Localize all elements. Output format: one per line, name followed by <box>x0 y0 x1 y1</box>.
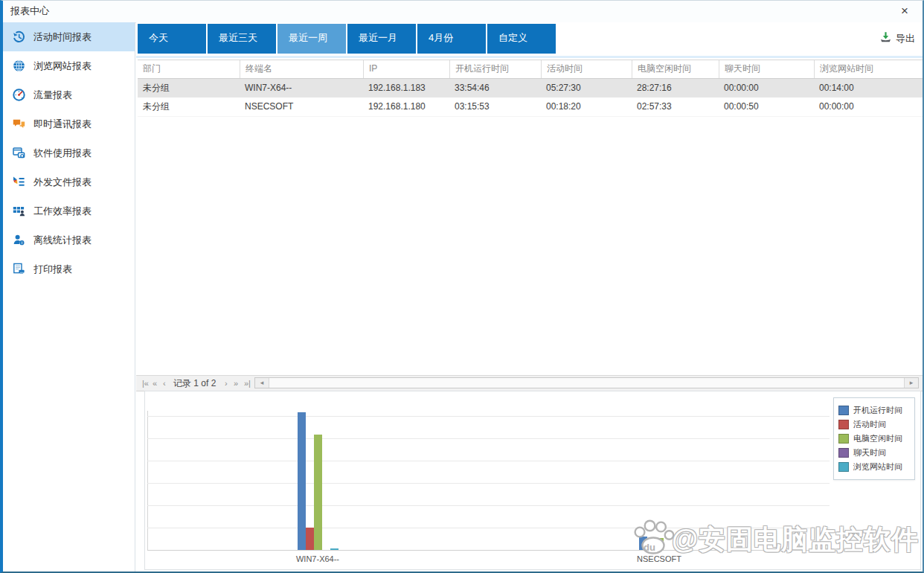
sidebar: 活动时间报表浏览网站报表流量报表即时通讯报表软件使用报表外发文件报表工作效率报表… <box>3 22 135 572</box>
sidebar-item-activity-time[interactable]: 活动时间报表 <box>3 22 135 51</box>
table-cell: 02:57:33 <box>632 97 719 116</box>
legend-label: 浏览网站时间 <box>853 461 902 473</box>
table-cell: 05:27:30 <box>541 79 632 97</box>
table-cell: 03:15:53 <box>449 97 541 116</box>
gridline <box>147 528 830 528</box>
table-body: 未分组WIN7-X64--192.168.1.18333:54:4605:27:… <box>138 79 923 117</box>
table-row[interactable]: 未分组WIN7-X64--192.168.1.18333:54:4605:27:… <box>138 79 923 97</box>
tab-last-month[interactable]: 最近一月 <box>347 24 416 54</box>
column-header[interactable]: 浏览网站时间 <box>814 60 923 78</box>
software-icon <box>11 146 26 161</box>
horizontal-scrollbar[interactable]: ◂ ▸ <box>254 377 919 388</box>
print-icon <box>11 262 26 277</box>
tab-last-3-days[interactable]: 最近三天 <box>208 24 276 54</box>
legend-item: 电脑空闲时间 <box>838 432 910 446</box>
activity-time-chart: 开机运行时间活动时间电脑空闲时间聊天时间浏览网站时间 du @安固电脑监控软件 … <box>144 391 921 570</box>
gauge-icon <box>11 88 26 103</box>
export-button[interactable]: 导出 <box>879 31 915 46</box>
x-axis-category-label: WIN7-X64-- <box>296 554 339 563</box>
sidebar-item-offline-stats[interactable]: i离线统计报表 <box>3 225 135 255</box>
table-cell: 00:00:00 <box>719 79 814 97</box>
tab-custom[interactable]: 自定义 <box>487 24 556 54</box>
bar <box>298 412 306 550</box>
pager-prev-button[interactable]: ‹ <box>163 376 166 391</box>
table-cell: 00:18:20 <box>541 97 632 116</box>
chat-icon <box>11 117 26 132</box>
bar <box>647 548 655 550</box>
column-header[interactable]: 聊天时间 <box>719 60 814 78</box>
legend-label: 开机运行时间 <box>853 405 902 416</box>
tabbar-underline <box>136 56 923 58</box>
table-cell: 28:27:16 <box>632 79 719 97</box>
column-header[interactable]: 电脑空闲时间 <box>632 60 719 78</box>
bar <box>314 435 322 550</box>
sidebar-item-label: 外发文件报表 <box>33 176 92 189</box>
report-table: 部门终端名IP开机运行时间活动时间电脑空闲时间聊天时间浏览网站时间 未分组WIN… <box>138 60 923 117</box>
gridline <box>147 483 830 484</box>
pager-next-button[interactable]: › <box>225 376 228 391</box>
legend-swatch <box>838 434 849 444</box>
export-download-icon <box>879 31 892 46</box>
table-cell: 33:54:46 <box>449 79 541 97</box>
legend-item: 活动时间 <box>838 417 910 432</box>
title-bar: 报表中心 × <box>3 1 923 23</box>
column-header[interactable]: 活动时间 <box>541 60 632 78</box>
bar <box>655 538 664 550</box>
legend-item: 浏览网站时间 <box>838 460 910 474</box>
legend-label: 电脑空闲时间 <box>853 433 902 444</box>
offline-stats-icon: i <box>11 233 26 248</box>
table-row[interactable]: 未分组NSECSOFT192.168.1.18003:15:5300:18:20… <box>138 97 923 117</box>
main-area: 今天最近三天最近一周最近一月4月份自定义 导出 部门终端名IP开机运行时间活动时… <box>136 22 923 572</box>
sidebar-item-outgoing-files[interactable]: 外发文件报表 <box>3 167 135 196</box>
table-cell: NSECSOFT <box>240 97 363 116</box>
scroll-left-icon[interactable]: ◂ <box>255 378 269 388</box>
column-header[interactable]: 开机运行时间 <box>449 60 541 78</box>
gridline <box>147 438 830 439</box>
column-header[interactable]: 终端名 <box>240 60 363 78</box>
sidebar-item-label: 打印报表 <box>33 263 72 276</box>
history-icon <box>11 30 26 45</box>
table-cell: 192.168.1.180 <box>363 97 449 116</box>
table-cell: 未分组 <box>138 97 240 116</box>
gridline <box>147 416 830 417</box>
sidebar-item-traffic[interactable]: 流量报表 <box>3 80 135 109</box>
chart-y-axis <box>147 411 148 551</box>
pager-next-set-button[interactable]: » <box>234 376 238 391</box>
legend-swatch <box>838 406 849 415</box>
sidebar-item-work-efficiency[interactable]: 工作效率报表 <box>3 196 135 225</box>
window-title: 报表中心 <box>10 1 49 22</box>
legend-label: 活动时间 <box>853 419 886 430</box>
pagination-bar: 记录 1 of 2 ◂ ▸ |««‹›»»| <box>136 375 923 391</box>
scroll-right-icon[interactable]: ▸ <box>904 378 918 388</box>
pager-last-button[interactable]: »| <box>244 376 251 391</box>
pager-first-button[interactable]: |« <box>142 376 149 391</box>
sidebar-item-label: 活动时间报表 <box>33 31 92 44</box>
outgoing-file-icon <box>11 175 26 190</box>
sidebar-item-software-usage[interactable]: 软件使用报表 <box>3 138 135 167</box>
pager-prev-set-button[interactable]: « <box>153 376 157 391</box>
sidebar-item-label: 浏览网站报表 <box>33 60 92 73</box>
column-header[interactable]: IP <box>363 60 449 78</box>
tab-today[interactable]: 今天 <box>138 24 206 54</box>
sidebar-item-print-report[interactable]: 打印报表 <box>3 255 135 284</box>
legend-swatch <box>838 462 849 472</box>
sidebar-item-web-browsing[interactable]: 浏览网站报表 <box>3 51 135 80</box>
bar <box>330 548 339 550</box>
sidebar-item-label: 工作效率报表 <box>33 205 92 218</box>
table-cell: 00:00:00 <box>814 97 923 116</box>
sidebar-item-instant-message[interactable]: 即时通讯报表 <box>3 109 135 138</box>
legend-swatch <box>838 420 849 429</box>
table-cell: 未分组 <box>138 79 240 97</box>
legend-item: 聊天时间 <box>838 446 910 460</box>
legend-label: 聊天时间 <box>853 447 886 458</box>
close-icon[interactable]: × <box>896 2 914 20</box>
table-cell: 192.168.1.183 <box>363 79 449 97</box>
x-axis-category-label: NSECSOFT <box>637 554 681 563</box>
table-header-row: 部门终端名IP开机运行时间活动时间电脑空闲时间聊天时间浏览网站时间 <box>138 60 923 79</box>
tab-april[interactable]: 4月份 <box>417 24 486 54</box>
bar <box>306 528 314 550</box>
tab-last-week[interactable]: 最近一周 <box>277 24 346 54</box>
chart-legend: 开机运行时间活动时间电脑空闲时间聊天时间浏览网站时间 <box>833 397 915 480</box>
column-header[interactable]: 部门 <box>138 60 240 78</box>
sidebar-item-label: 即时通讯报表 <box>33 118 92 131</box>
